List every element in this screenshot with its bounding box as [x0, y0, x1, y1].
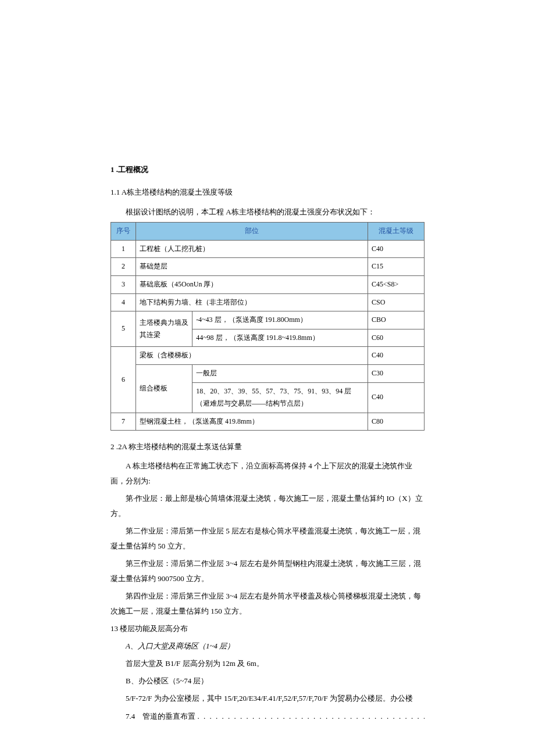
paragraph: 第四作业层：滞后第三作业层 3~4 层左右是外筒水平楼盖及核心筒楼梯板混凝土浇筑…: [110, 589, 425, 619]
cell-pos-sub: -4~43 层，（泵送高度 191.80Omm）: [192, 311, 368, 329]
sub-section-a-title: A、入口大堂及商场区（1~4 层）: [110, 639, 425, 654]
paragraph: 第三作业层：滞后第二作业层 3~4 层左右是外筒型钢柱内混凝土浇筑，每次施工三层…: [110, 556, 425, 586]
cell-seq: 4: [111, 293, 136, 311]
cell-grade: C30: [368, 364, 424, 382]
sub-section-a-body: 首层大堂及 B1/F 层高分别为 12m 及 6m。: [110, 656, 425, 671]
cell-grade: C80: [368, 413, 424, 431]
paragraph-text: 第四作业层：滞后第三作业层 3~4 层左右是外筒水平楼盖及核心筒楼梯板混凝土浇筑…: [110, 592, 421, 615]
cell-seq: 7: [111, 413, 136, 431]
table-row: 3 基础底板（45OonUn 厚） C45<S8>: [111, 275, 425, 293]
cell-grade: C45<S8>: [368, 275, 424, 293]
cell-pos-sub: 一般层: [192, 364, 368, 382]
cell-seq: 5: [111, 311, 136, 347]
cell-grade: C40: [368, 240, 424, 258]
toc-title: 管道的垂直布置: [142, 712, 195, 721]
cell-grade: C40: [368, 382, 424, 413]
cell-grade: C15: [368, 258, 424, 276]
toc-entry: 7.4 管道的垂直布置: [110, 710, 425, 723]
cell-grade: C40: [368, 347, 424, 365]
paragraph-text: 第二作业层：滞后第一作业层 5 层左右是核心筒水平楼盖混凝土浇筑，每次施工一层，…: [110, 526, 420, 550]
cell-seq: 1: [111, 240, 136, 258]
cell-pos: 基础底板（45OonUn 厚）: [136, 275, 368, 293]
cell-pos-group: 主塔楼典力墙及其连梁: [136, 311, 192, 347]
th-position: 部位: [136, 223, 368, 241]
table-row: 7 型钢混凝土柱，（泵送高度 419.8mm） C80: [111, 413, 425, 431]
heading-1-3: 13 楼层功能及层高分布: [110, 621, 425, 636]
cell-pos: 梁板（含楼梯板）: [136, 347, 368, 365]
cell-seq: 2: [111, 258, 136, 276]
table-row: 5 主塔楼典力墙及其连梁 -4~43 层，（泵送高度 191.80Omm） CB…: [111, 311, 425, 329]
cell-pos-sub: 18、20、37、39、55、57、73、75、91、93、94 层（避难层与交…: [192, 382, 368, 413]
cell-grade: CSO: [368, 293, 424, 311]
table-row: 4 地下结构剪力墙、柱（非主塔部位） CSO: [111, 293, 425, 311]
table-row: 6 梁板（含楼梯板） C40: [111, 347, 425, 365]
table-row: 2 基础楚层 C15: [111, 258, 425, 276]
sub-section-b-title: B、办公楼区（5~74 层）: [110, 673, 425, 689]
paragraph-text: 第三作业层：滞后第二作业层 3~4 层左右是外筒型钢柱内混凝土浇筑，每次施工三层…: [110, 559, 421, 583]
cell-grade: CBO: [368, 311, 424, 329]
intro-paragraph: 根据设计图纸的说明，本工程 A栋主塔楼结构的混凝土强度分布状况如下：: [110, 205, 425, 218]
paragraph: 第·作业层：最上部是核心筒墙体混凝土浇筑，每次施工一层，混凝土量估算约 IO（X…: [110, 491, 425, 521]
paragraph: 第二作业层：滞后第一作业层 5 层左右是核心筒水平楼盖混凝土浇筑，每次施工一层，…: [110, 524, 425, 554]
cell-pos: 地下结构剪力墙、柱（非主塔部位）: [136, 293, 368, 311]
cell-pos: 型钢混凝土柱，（泵送高度 419.8mm）: [136, 413, 368, 431]
paragraph: A 栋主塔楼结构在正常施工状态下，沿立面标高将保持 4 个上下层次的混凝土浇筑作…: [110, 458, 425, 489]
toc-number: 7.4: [126, 712, 135, 721]
cell-pos-group: 组合楼板: [136, 364, 192, 413]
cell-seq: 6: [111, 347, 136, 413]
toc-leader-dots: [198, 712, 425, 721]
document-page: 1 .工程概况 1.1 A栋主塔楼结构的混凝土强度等级 根据设计图纸的说明，本工…: [0, 0, 535, 756]
cell-pos: 基础楚层: [136, 258, 368, 276]
table-header-row: 序号 部位 混凝土等级: [111, 223, 425, 241]
cell-pos: 工程桩（人工挖孔桩）: [136, 240, 368, 258]
th-seq: 序号: [111, 223, 136, 241]
table-row: 组合楼板 一般层 C30: [111, 364, 425, 382]
cell-seq: 3: [111, 275, 136, 293]
cell-pos-sub: 44~98 层，（泵送高度 191.8~419.8mm）: [192, 329, 368, 347]
concrete-grade-table: 序号 部位 混凝土等级 1 工程桩（人工挖孔桩） C40 2 基础楚层 C15 …: [110, 222, 425, 431]
cell-grade: C60: [368, 329, 424, 347]
heading-section-1: 1 .工程概况: [110, 163, 425, 176]
heading-1-1: 1.1 A栋主塔楼结构的混凝土强度等级: [110, 185, 425, 199]
sub-section-b-body: 5/F-72/F 为办公室楼层，其中 15/F,20/E34/F.41/F,52…: [110, 691, 425, 706]
th-grade: 混凝土等级: [368, 223, 424, 241]
heading-1-2: 2 .2A 称主塔楼结构的混凝土泵送估算量: [110, 440, 425, 453]
table-row: 1 工程桩（人工挖孔桩） C40: [111, 240, 425, 258]
